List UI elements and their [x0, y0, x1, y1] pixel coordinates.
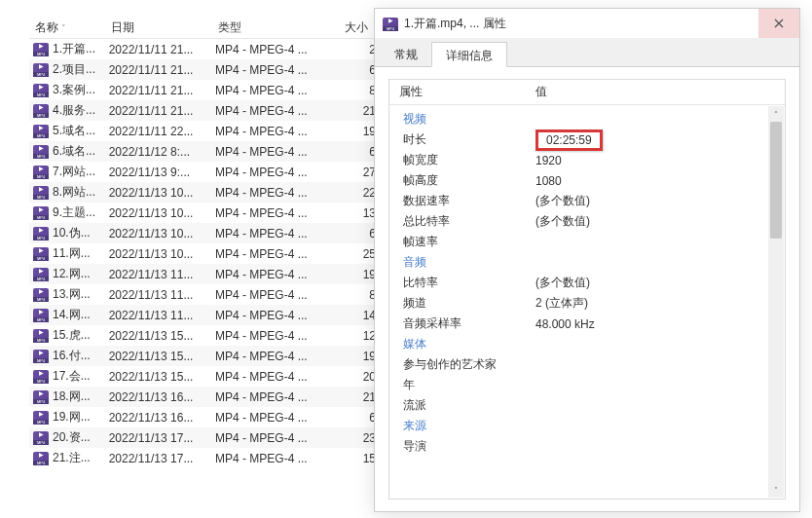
file-type: MP4 - MPEG-4 ... [215, 370, 341, 384]
file-row[interactable]: MP416.付...2022/11/13 15...MP4 - MPEG-4 .… [29, 346, 389, 366]
file-row[interactable]: MP420.资...2022/11/13 17...MP4 - MPEG-4 .… [29, 427, 389, 448]
prop-height[interactable]: 帧高度1080 [389, 170, 785, 191]
file-date: 2022/11/13 17... [109, 431, 215, 445]
mp4-file-icon: MP4 [33, 268, 49, 280]
file-type: MP4 - MPEG-4 ... [215, 247, 341, 261]
close-button[interactable] [758, 9, 799, 38]
file-row[interactable]: MP418.网...2022/11/13 16...MP4 - MPEG-4 .… [29, 387, 389, 407]
props-header-property[interactable]: 属性 [389, 84, 526, 100]
mp4-file-icon: MP4 [33, 452, 49, 464]
dialog-tabs: 常规 详细信息 [375, 38, 799, 67]
file-name: 2.项目... [53, 61, 109, 78]
file-date: 2022/11/13 11... [109, 268, 215, 281]
file-list: MP41.开篇...2022/11/11 21...MP4 - MPEG-4 .… [29, 39, 389, 468]
col-header-name[interactable]: 名称˅ [29, 19, 105, 36]
mp4-file-icon: MP4 [33, 309, 49, 321]
prop-year[interactable]: 年 [389, 375, 785, 395]
file-date: 2022/11/13 10... [109, 247, 215, 261]
file-row[interactable]: MP414.网...2022/11/13 11...MP4 - MPEG-4 .… [29, 305, 389, 325]
properties-dialog: MP4 1.开篇.mp4, ... 属性 常规 详细信息 属性 值 视频 时长 … [374, 8, 800, 512]
mp4-file-icon: MP4 [33, 390, 49, 403]
file-type: MP4 - MPEG-4 ... [215, 227, 341, 240]
mp4-file-icon: MP4 [33, 329, 49, 342]
dialog-titlebar[interactable]: MP4 1.开篇.mp4, ... 属性 [375, 9, 799, 38]
file-type: MP4 - MPEG-4 ... [215, 125, 341, 138]
file-row[interactable]: MP410.伪...2022/11/13 10...MP4 - MPEG-4 .… [29, 223, 389, 243]
file-type: MP4 - MPEG-4 ... [215, 104, 341, 118]
file-date: 2022/11/13 10... [109, 206, 215, 220]
file-name: 13.网... [53, 286, 109, 303]
file-name: 12.网... [53, 266, 109, 282]
file-row[interactable]: MP44.服务...2022/11/11 21...MP4 - MPEG-4 .… [29, 100, 389, 121]
scrollbar-thumb[interactable] [770, 122, 782, 239]
file-name: 10.伪... [53, 225, 109, 241]
file-date: 2022/11/12 8:... [109, 145, 215, 159]
prop-width[interactable]: 帧宽度1920 [389, 150, 785, 170]
mp4-file-icon: MP4 [33, 227, 49, 240]
file-row[interactable]: MP49.主题...2022/11/13 10...MP4 - MPEG-4 .… [29, 203, 389, 223]
file-row[interactable]: MP411.网...2022/11/13 10...MP4 - MPEG-4 .… [29, 243, 389, 264]
file-date: 2022/11/13 16... [109, 411, 215, 425]
tab-general[interactable]: 常规 [381, 42, 431, 67]
prop-channels[interactable]: 频道2 (立体声) [389, 293, 785, 314]
scrollbar[interactable]: ˄ ˅ [768, 106, 784, 498]
prop-duration[interactable]: 时长 02:25:59 [389, 130, 785, 150]
prop-total-bitrate[interactable]: 总比特率(多个数值) [389, 211, 785, 232]
mp4-file-icon: MP4 [383, 18, 398, 30]
props-header: 属性 值 [389, 80, 785, 105]
file-row[interactable]: MP415.虎...2022/11/13 15...MP4 - MPEG-4 .… [29, 325, 389, 346]
file-row[interactable]: MP45.域名...2022/11/11 22...MP4 - MPEG-4 .… [29, 121, 389, 141]
file-row[interactable]: MP413.网...2022/11/13 11...MP4 - MPEG-4 .… [29, 284, 389, 305]
mp4-file-icon: MP4 [33, 206, 49, 219]
file-row[interactable]: MP417.会...2022/11/13 15...MP4 - MPEG-4 .… [29, 366, 389, 387]
scrollbar-up-icon[interactable]: ˄ [768, 106, 784, 122]
tab-details[interactable]: 详细信息 [431, 42, 507, 67]
file-date: 2022/11/13 9:... [109, 166, 215, 179]
col-header-date[interactable]: 日期 [105, 19, 212, 36]
file-name: 14.网... [53, 307, 109, 323]
file-date: 2022/11/13 15... [109, 329, 215, 343]
props-header-value[interactable]: 值 [526, 84, 785, 100]
file-row[interactable]: MP46.域名...2022/11/12 8:...MP4 - MPEG-4 .… [29, 141, 389, 162]
scrollbar-down-icon[interactable]: ˅ [768, 482, 784, 498]
file-name: 18.网... [53, 388, 109, 405]
file-date: 2022/11/13 11... [109, 288, 215, 302]
highlight-duration: 02:25:59 [535, 130, 603, 151]
prop-data-rate[interactable]: 数据速率(多个数值) [389, 191, 785, 211]
props-frame: 属性 值 视频 时长 02:25:59 帧宽度1920 帧高度1080 数据速率… [388, 79, 786, 500]
file-row[interactable]: MP42.项目...2022/11/11 21...MP4 - MPEG-4 .… [29, 59, 389, 80]
file-name: 3.案例... [53, 82, 109, 98]
file-row[interactable]: MP48.网站...2022/11/13 10...MP4 - MPEG-4 .… [29, 182, 389, 203]
file-row[interactable]: MP43.案例...2022/11/11 21...MP4 - MPEG-4 .… [29, 80, 389, 100]
file-type: MP4 - MPEG-4 ... [215, 186, 341, 200]
prop-frame-rate[interactable]: 帧速率 [389, 232, 785, 252]
dialog-body: 属性 值 视频 时长 02:25:59 帧宽度1920 帧高度1080 数据速率… [375, 67, 799, 511]
file-name: 6.域名... [53, 143, 109, 160]
file-name: 9.主题... [53, 204, 109, 221]
file-date: 2022/11/13 10... [109, 227, 215, 240]
sort-arrow-icon: ˅ [61, 23, 66, 33]
prop-director[interactable]: 导演 [389, 436, 785, 457]
file-row[interactable]: MP421.注...2022/11/13 17...MP4 - MPEG-4 .… [29, 448, 389, 468]
file-row[interactable]: MP47.网站...2022/11/13 9:...MP4 - MPEG-4 .… [29, 162, 389, 182]
prop-sample-rate[interactable]: 音频采样率48.000 kHz [389, 314, 785, 334]
file-name: 1.开篇... [53, 41, 109, 57]
file-name: 20.资... [53, 429, 109, 446]
file-row[interactable]: MP419.网...2022/11/13 16...MP4 - MPEG-4 .… [29, 407, 389, 427]
file-row[interactable]: MP412.网...2022/11/13 11...MP4 - MPEG-4 .… [29, 264, 389, 284]
mp4-file-icon: MP4 [33, 63, 49, 76]
file-type: MP4 - MPEG-4 ... [215, 166, 341, 179]
props-scroll: 视频 时长 02:25:59 帧宽度1920 帧高度1080 数据速率(多个数值… [389, 105, 785, 499]
mp4-file-icon: MP4 [33, 288, 49, 301]
file-name: 19.网... [53, 409, 109, 426]
file-row[interactable]: MP41.开篇...2022/11/11 21...MP4 - MPEG-4 .… [29, 39, 389, 59]
col-header-type[interactable]: 类型 [212, 19, 339, 36]
file-type: MP4 - MPEG-4 ... [215, 390, 341, 404]
mp4-file-icon: MP4 [33, 104, 49, 117]
prop-genre[interactable]: 流派 [389, 395, 785, 416]
file-type: MP4 - MPEG-4 ... [215, 63, 341, 77]
prop-bitrate[interactable]: 比特率(多个数值) [389, 273, 785, 293]
mp4-file-icon: MP4 [33, 166, 49, 178]
close-icon [774, 18, 784, 28]
prop-artist[interactable]: 参与创作的艺术家 [389, 354, 785, 375]
